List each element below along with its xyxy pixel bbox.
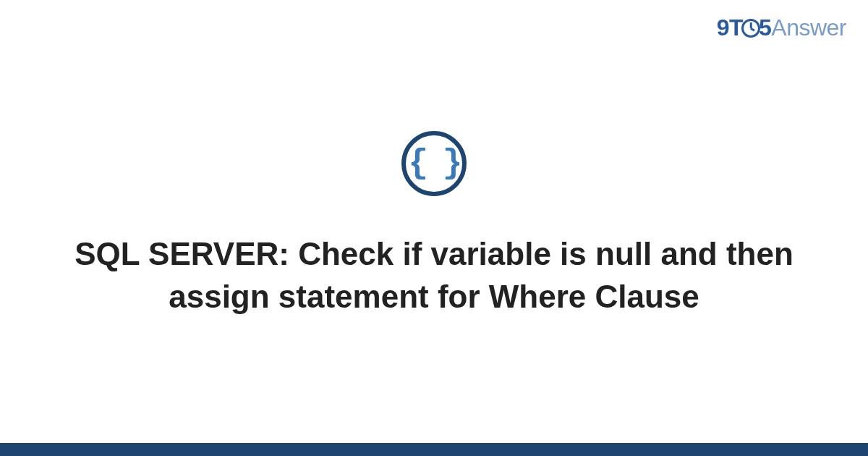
- logo-text-answer: Answer: [771, 14, 846, 41]
- logo-text-5: 5: [759, 14, 771, 41]
- code-braces-icon: { }: [409, 147, 460, 180]
- category-icon-container: { }: [401, 131, 467, 196]
- site-logo[interactable]: 9T5Answer: [717, 14, 846, 41]
- logo-text-9t: 9T: [717, 14, 743, 41]
- page-title: SQL SERVER: Check if variable is null an…: [54, 232, 814, 318]
- footer-bar: [0, 443, 868, 456]
- main-content: { } SQL SERVER: Check if variable is nul…: [0, 0, 868, 456]
- clock-icon: [741, 19, 760, 38]
